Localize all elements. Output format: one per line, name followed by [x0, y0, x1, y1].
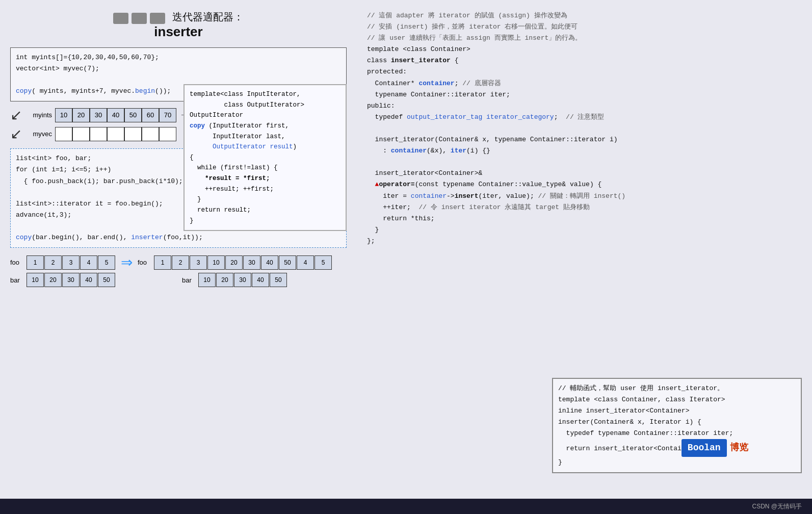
title-main: 迭代器適配器： [172, 11, 244, 22]
foo-b-2: 3 [62, 255, 80, 270]
bar-b-3: 40 [80, 273, 97, 287]
hb-3: inline insert_iterator<Container> [558, 405, 796, 417]
rc-line-15: ++iter; // 令 insert iterator 永遠隨其 target… [367, 202, 802, 213]
rc-line-6: public: [367, 100, 802, 112]
myints-cell-2: 30 [90, 108, 107, 122]
bar-b-0: 10 [27, 273, 44, 287]
myvec-cell-1 [72, 127, 90, 141]
star-result: *result = *first; [205, 175, 270, 182]
bottom-arrays: foo 1 2 3 4 5 ⇒ foo 1 2 3 10 20 30 40 50… [10, 254, 347, 287]
inserter-kw: inserter [131, 234, 163, 241]
tpl-3: OutputIterator [190, 110, 340, 121]
code-line-1: int myints[]={10,20,30,40,50,60,70}; [16, 52, 341, 63]
rc-line-10: : container(&x), iter(i) {} [367, 145, 802, 157]
bar-a-0: 10 [198, 273, 216, 287]
tpl-5: InputIterator last, [190, 132, 340, 142]
rc-line-9: insert_iterator(Container& x, typename C… [367, 134, 802, 145]
foo-b-0: 1 [27, 255, 44, 270]
foo-b-1: 2 [44, 255, 62, 270]
rc-line-3: protected: [367, 66, 802, 78]
helper-box: // 輔助函式，幫助 user 使用 insert_iterator。 temp… [552, 378, 802, 473]
icon-box-2 [132, 13, 147, 24]
hb-1: // 輔助函式，幫助 user 使用 insert_iterator。 [558, 383, 796, 394]
foo-a-6: 40 [261, 255, 278, 270]
bar-a-3: 40 [252, 273, 269, 287]
tpl-1: template<class InputIterator, [190, 89, 340, 100]
tpl-13: } [190, 216, 340, 226]
hb-2: template <class Container, class Iterato… [558, 394, 796, 405]
rc-line-7: typedef output_iterator_tag iterator_cat… [367, 112, 802, 123]
rc-line-18: }; [367, 236, 802, 247]
tpl-6: OutputIterator result) [190, 142, 340, 152]
myints-cell-4: 50 [124, 108, 142, 122]
bar-label-after: bar [182, 276, 198, 284]
title-icons [113, 13, 165, 24]
right-panel: // 這個 adapter 將 iterator 的賦值 (assign) 操作… [357, 0, 812, 499]
myvec-cell-6 [159, 127, 176, 141]
boolan-badge-container: Boolan博览 [682, 445, 748, 452]
myints-cell-0: 10 [55, 108, 72, 122]
foo-a-3: 10 [207, 255, 225, 270]
myints-cell-3: 40 [107, 108, 124, 122]
rc-line-14: iter = container->insert(iter, value); /… [367, 191, 802, 202]
rc-line-11 [367, 157, 802, 168]
bolan-text: 博览 [730, 443, 748, 453]
foo-label-before: foo [10, 259, 27, 266]
bar-b-1: 20 [44, 273, 62, 287]
rc-line-1: template <class Container> [367, 44, 802, 55]
foo-a-4: 20 [225, 255, 243, 270]
foo-a-0: 1 [154, 255, 171, 270]
result-kw: OutputIterator result [213, 143, 293, 150]
boolan-badge: Boolan [682, 439, 727, 457]
foo-a-1: 2 [172, 255, 189, 270]
code-line-2: vector<int> myvec(7); [16, 63, 341, 74]
myvec-cell-5 [142, 127, 159, 141]
rc-line-13: ▲operator=(const typename Container::val… [367, 179, 802, 190]
foo-label-after: foo [138, 259, 154, 266]
rc-line-12: insert_iterator<Container>& [367, 168, 802, 179]
bar-before-row: bar 10 20 30 40 50 bar 10 20 30 40 50 [10, 273, 347, 287]
icon-box-3 [150, 13, 165, 24]
blue-arrow: ⇒ [121, 254, 133, 271]
copy-keyword: copy [16, 87, 32, 95]
myvec-cell-2 [90, 127, 107, 141]
bcode-8: copy(bar.begin(), bar.end(), inserter(fo… [16, 232, 341, 243]
tpl-7: { [190, 152, 340, 163]
tpl-2: class OutputIterator> [190, 100, 340, 111]
copy-kw2: copy [16, 234, 32, 241]
bar-b-4: 50 [98, 273, 115, 287]
bottom-bar-text: CSDN @无情码手 [752, 502, 802, 511]
foo-a-9: 5 [315, 255, 332, 270]
rc-line-2: class insert_iterator { [367, 55, 802, 66]
bar-label-before: bar [10, 276, 27, 284]
left-panel: 迭代器適配器： inserter int myints[]={10,20,30,… [0, 0, 357, 499]
rc-line-17: } [367, 224, 802, 236]
tpl-10: ++result; ++first; [190, 184, 340, 195]
myvec-cell-3 [107, 127, 124, 141]
foo-a-8: 4 [297, 255, 314, 270]
tpl-12: return result; [190, 205, 340, 216]
rc-line-4: Container* container; // 底層容器 [367, 78, 802, 89]
tpl-4: copy (InputIterator first, [190, 121, 340, 132]
bottom-bar: CSDN @无情码手 [0, 499, 812, 514]
bar-b-2: 30 [62, 273, 80, 287]
bar-a-2: 30 [234, 273, 251, 287]
myvec-cell-4 [124, 127, 142, 141]
hb-6: return insert_iterator<ContaiBoolan博览 [558, 439, 796, 457]
rc-comment-1: // 這個 adapter 將 iterator 的賦值 (assign) 操作… [367, 10, 802, 21]
foo-a-5: 30 [243, 255, 260, 270]
hb-7: } [558, 457, 796, 468]
tpl-11: } [190, 194, 340, 205]
hb-5: typedef typename Container::iterator ite… [558, 428, 796, 439]
curved-arrow-myints: ↙ [10, 107, 22, 123]
tpl-8: while (first!=last) { [190, 163, 340, 173]
foo-a-2: 3 [190, 255, 207, 270]
rc-line-16: return *this; [367, 213, 802, 224]
rc-line-8 [367, 123, 802, 134]
hb-4: inserter(Container& x, Iterator i) { [558, 417, 796, 428]
myvec-label: myvec [24, 130, 52, 138]
rc-comment-2: // 安插 (insert) 操作，並將 iterator 右移一個位置。如此便… [367, 21, 802, 33]
right-code-block: // 這個 adapter 將 iterator 的賦值 (assign) 操作… [367, 10, 802, 247]
myints-cell-6: 70 [159, 108, 176, 122]
myvec-cell-0 [55, 127, 72, 141]
